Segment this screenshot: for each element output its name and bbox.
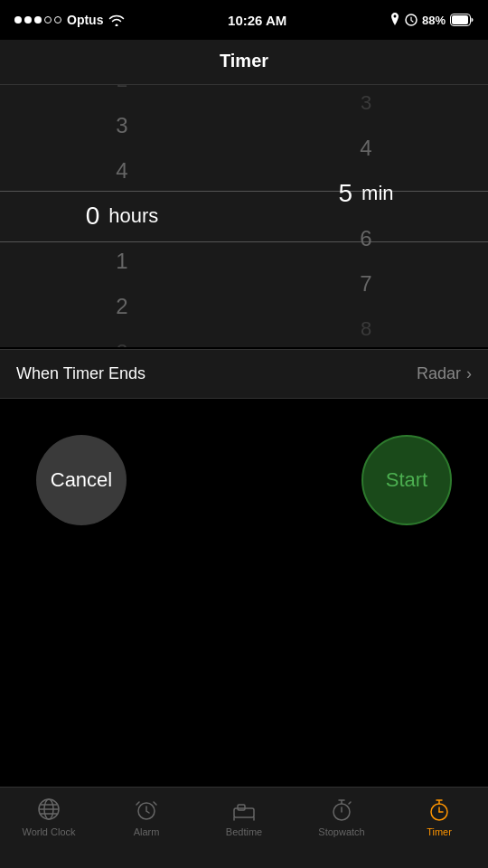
min-above2: 3	[361, 85, 371, 126]
stopwatch-icon	[329, 797, 354, 822]
tab-bedtime-label: Bedtime	[226, 826, 262, 837]
tab-timer-label: Timer	[427, 826, 452, 837]
page-title: Timer	[0, 51, 488, 71]
tab-world-clock[interactable]: World Clock	[0, 797, 98, 837]
alarm-icon	[134, 797, 159, 822]
wifi-icon	[108, 14, 125, 26]
tab-stopwatch-label: Stopwatch	[318, 826, 364, 837]
min-below2: 7	[360, 261, 371, 307]
world-clock-icon	[36, 797, 61, 822]
status-bar: Optus 10:26 AM 88%	[0, 0, 488, 40]
when-timer-label: When Timer Ends	[16, 364, 145, 383]
min-selected: 5	[338, 171, 352, 216]
when-timer-sound: Radar	[417, 364, 461, 383]
svg-rect-10	[238, 805, 245, 810]
start-button[interactable]: Start	[361, 435, 452, 525]
tab-timer[interactable]: Timer	[390, 797, 488, 837]
status-time: 10:26 AM	[228, 13, 286, 28]
picker-area[interactable]: 2 3 4 0 hours 1 2 3 3 4 5 min	[0, 85, 488, 347]
tab-stopwatch[interactable]: Stopwatch	[293, 797, 390, 837]
hours-below2: 2	[116, 284, 127, 329]
hours-below1: 1	[116, 239, 127, 284]
dot-4	[44, 16, 52, 24]
tab-bar: World Clock Alarm Bedtime Stopwatch	[0, 787, 488, 868]
min-label: min	[361, 182, 393, 205]
timer-icon	[427, 797, 452, 822]
hours-label: hours	[108, 204, 158, 228]
buttons-area: Cancel Start	[0, 408, 488, 552]
signal-dots	[14, 16, 61, 24]
hours-above0: 4	[116, 148, 127, 193]
when-timer-value: Radar ›	[417, 364, 472, 383]
svg-rect-2	[452, 15, 468, 24]
dot-5	[54, 16, 61, 24]
tab-alarm[interactable]: Alarm	[98, 797, 195, 837]
tab-bedtime[interactable]: Bedtime	[195, 797, 293, 837]
tab-alarm-label: Alarm	[134, 826, 160, 837]
hours-column[interactable]: 2 3 4 0 hours 1 2 3	[0, 85, 244, 347]
cancel-button[interactable]: Cancel	[36, 435, 127, 525]
dot-2	[24, 16, 32, 24]
hours-above2: 2	[117, 85, 127, 103]
minutes-numbers: 3 4 5 min 6 7 8	[338, 85, 393, 347]
tab-world-clock-label: World Clock	[22, 826, 75, 837]
hours-below3: 3	[117, 329, 127, 347]
title-bar: Timer	[0, 40, 488, 85]
battery-percent: 88%	[422, 14, 446, 27]
carrier-name: Optus	[67, 13, 103, 27]
when-timer-ends-row[interactable]: When Timer Ends Radar ›	[0, 349, 488, 399]
picker-container: 2 3 4 0 hours 1 2 3 3 4 5 min	[0, 85, 488, 347]
dot-3	[34, 16, 42, 24]
hours-above1: 3	[116, 103, 127, 148]
status-left: Optus	[14, 13, 125, 27]
bedtime-icon	[231, 797, 257, 822]
dot-1	[14, 16, 22, 24]
svg-line-17	[349, 802, 351, 804]
battery-icon	[450, 14, 474, 26]
min-below1: 6	[360, 216, 371, 261]
alarm-status-icon	[405, 14, 418, 26]
location-icon	[389, 13, 400, 27]
hours-numbers: 2 3 4 0 hours 1 2 3	[86, 85, 159, 347]
chevron-right-icon: ›	[466, 364, 472, 383]
min-above1: 4	[360, 126, 371, 171]
hours-selected: 0	[86, 193, 100, 239]
min-below3: 8	[361, 307, 371, 347]
status-right: 88%	[389, 13, 474, 27]
minutes-column[interactable]: 3 4 5 min 6 7 8	[244, 85, 488, 347]
